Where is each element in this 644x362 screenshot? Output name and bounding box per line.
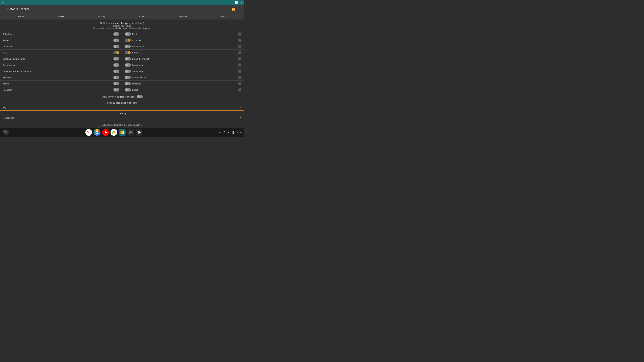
- svg-point-8: [112, 132, 114, 134]
- list-item: Smart TV: [122, 50, 244, 56]
- toggle-smart-thermo[interactable]: [125, 57, 131, 60]
- device-label-unknown: Unknown: [3, 45, 113, 48]
- toggle-router[interactable]: [125, 32, 131, 36]
- toggle-smart-thermo-right[interactable]: [238, 57, 242, 60]
- taskbar-app-5[interactable]: 🎮: [127, 129, 134, 136]
- taskbar: 📷: [0, 128, 244, 137]
- title-bar: ← — ⬜ ✕: [0, 0, 244, 5]
- list-item: Smart vacuum Cleaner: [0, 56, 122, 62]
- toggle-ebook-right[interactable]: [238, 88, 242, 91]
- toggle-raspberry[interactable]: [113, 88, 120, 91]
- toggle-smart-bulb[interactable]: [125, 63, 131, 67]
- help-icon[interactable]: ?: [224, 131, 225, 134]
- toggle-smart-plug[interactable]: [125, 69, 131, 73]
- tab-network[interactable]: Network: [163, 13, 204, 19]
- toggle-smart-tv[interactable]: [125, 51, 131, 54]
- toggle-computer-right[interactable]: [238, 38, 242, 42]
- toggle-phone[interactable]: [125, 45, 131, 48]
- toggle-smart-tv-right[interactable]: [238, 51, 242, 54]
- date-filter-row[interactable]: Any ▼: [0, 105, 244, 110]
- toggle-ac[interactable]: [125, 76, 131, 79]
- taskbar-app-youtube[interactable]: [102, 129, 109, 136]
- app-title: Network Scanner: [8, 7, 29, 11]
- settings-icon[interactable]: ⚙: [219, 131, 221, 134]
- taskbar-app-camera[interactable]: 📷: [3, 129, 9, 135]
- taskbar-app-photos[interactable]: [110, 129, 117, 136]
- device-label-printer: Printer: [3, 39, 113, 41]
- title-bar-controls: — ⬜ ✕: [230, 1, 242, 4]
- maximize-button[interactable]: ⬜: [235, 1, 238, 4]
- tab-charts[interactable]: Charts: [122, 13, 163, 19]
- list-item: Smart voice speaker/Smart hub: [0, 68, 122, 74]
- device-type-right-col: Router Computer Phone/tablet Smart TV: [122, 31, 244, 93]
- toggle-smart-watch[interactable]: [113, 63, 120, 67]
- toggle-ebook[interactable]: [125, 88, 131, 91]
- tab-about[interactable]: About: [204, 13, 244, 19]
- toggle-this-device[interactable]: [113, 32, 120, 36]
- main-content: Set filters and order by types (scroll d…: [0, 19, 244, 127]
- toggle-smart-bulb-right[interactable]: [238, 63, 242, 67]
- toggle-smart-voice[interactable]: [113, 69, 120, 73]
- list-item: Computer: [122, 37, 244, 43]
- toggle-unknown[interactable]: [113, 45, 120, 48]
- wifi-status-icon: ▼: [227, 131, 230, 134]
- toggle-printer[interactable]: [113, 38, 120, 42]
- toggle-smart-plug-right[interactable]: [238, 69, 242, 73]
- tab-devices[interactable]: Devices: [0, 13, 41, 19]
- list-item: Smart bulb: [122, 62, 244, 68]
- more-icon[interactable]: ⋮: [238, 7, 242, 11]
- order-by-row[interactable]: No ordering ▼: [0, 115, 244, 121]
- device-label-this-device: This device: [3, 33, 113, 35]
- device-label-raspberry: Raspberry: [3, 89, 113, 91]
- list-item: Router: [122, 31, 244, 37]
- close-button[interactable]: ✕: [240, 1, 242, 4]
- tab-bar: Devices Filters History Charts Network A…: [0, 13, 244, 19]
- toggle-iphone[interactable]: [113, 82, 120, 85]
- app-bar-right: 📶 ⋮: [232, 7, 242, 11]
- list-item: Air conditioner: [122, 74, 244, 81]
- toggle-ip-camera[interactable]: [113, 76, 120, 79]
- taskbar-app-6[interactable]: 📡: [136, 129, 142, 136]
- device-label-phone: Phone/tablet: [131, 45, 238, 48]
- taskbar-app-gmail[interactable]: [85, 129, 92, 136]
- list-item: Unknown: [0, 43, 122, 50]
- app-bar: ☰ Network Scanner 📶 ⋮: [0, 5, 244, 13]
- toggle-computer[interactable]: [125, 38, 131, 42]
- svg-point-4: [96, 132, 98, 133]
- toggle-macbook[interactable]: [125, 82, 131, 85]
- device-label-ebook: Ebook: [131, 89, 238, 91]
- menu-icon[interactable]: ☰: [3, 7, 5, 11]
- toggle-smart-vacuum[interactable]: [113, 57, 120, 60]
- tab-filters[interactable]: Filters: [41, 13, 82, 19]
- toggle-router-right[interactable]: [238, 32, 242, 36]
- toggle-phone-right[interactable]: [238, 45, 242, 48]
- taskbar-app-wifi[interactable]: 📶: [119, 129, 126, 136]
- list-item: Printer: [0, 37, 122, 43]
- toggle-new-devices[interactable]: [137, 95, 143, 98]
- show-new-devices-row: Show only new devices (first seen): [0, 93, 244, 100]
- taskbar-app-chrome[interactable]: [94, 129, 100, 136]
- filter-header: Set filters and order by types (scroll d…: [0, 19, 244, 31]
- toggle-macbook-right[interactable]: [238, 82, 242, 85]
- wifi-icon: 📶: [232, 7, 235, 11]
- order-by-value: No ordering: [3, 117, 14, 119]
- order-by-label: Order by: [0, 111, 244, 115]
- inline-filters-section: In-line filters (contains, not case-sens…: [0, 121, 244, 127]
- date-filter-arrow[interactable]: ▼: [239, 106, 242, 109]
- tab-history[interactable]: History: [81, 13, 122, 19]
- toggle-nas[interactable]: [113, 51, 120, 54]
- list-item: This device: [0, 31, 122, 37]
- device-label-smart-vacuum: Smart vacuum Cleaner: [3, 58, 113, 60]
- list-item: Ebook: [122, 87, 244, 93]
- date-filter-label: Filter by date range (first seen): [0, 100, 244, 105]
- list-item: Raspberry: [0, 87, 122, 93]
- toggle-ac-right[interactable]: [238, 76, 242, 79]
- inline-filter-header: In-line filters (contains, not case-sens…: [0, 123, 244, 127]
- taskbar-center: 📶 🎮 📡: [85, 129, 142, 136]
- list-item: Smart watch: [0, 62, 122, 68]
- order-by-arrow[interactable]: ▼: [239, 116, 242, 119]
- filter-title: Set filters and order by types (scroll d…: [0, 22, 244, 24]
- back-icon[interactable]: ←: [2, 1, 5, 4]
- minimize-button[interactable]: —: [230, 1, 232, 4]
- inline-filter-title: In-line filters (contains, not case-sens…: [0, 124, 244, 126]
